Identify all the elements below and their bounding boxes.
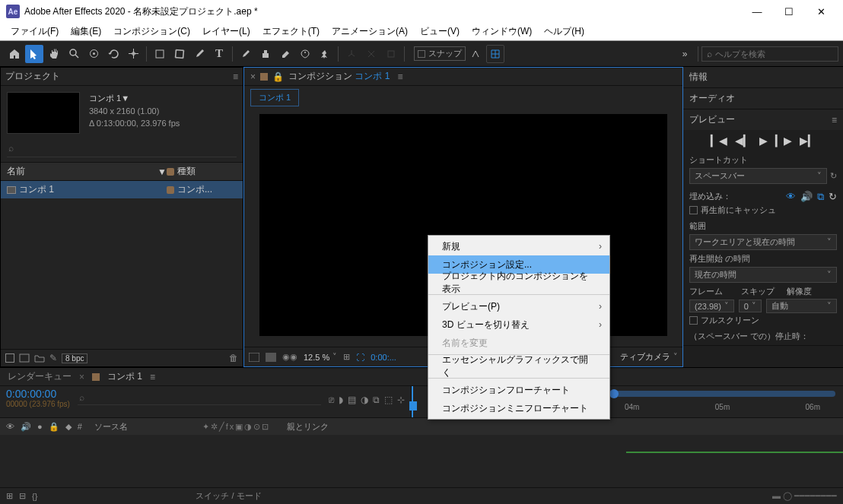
cm-mini-flowchart[interactable]: コンポジションミニフローチャート <box>428 399 609 417</box>
roto-tool[interactable] <box>296 45 314 63</box>
time-text[interactable]: 0:00:... <box>371 353 396 362</box>
minimize-button[interactable]: ― <box>741 0 773 23</box>
panel-menu-icon[interactable]: ≡ <box>233 71 238 82</box>
expand-panels-icon[interactable]: » <box>676 45 694 63</box>
clone-tool[interactable] <box>256 45 275 63</box>
shy-icon[interactable]: ◗ <box>339 395 343 405</box>
view-axis-icon[interactable] <box>382 45 400 63</box>
fullscreen-checkbox[interactable]: フルスクリーン <box>689 313 837 328</box>
speaker-col-icon[interactable]: 🔊 <box>21 422 31 432</box>
alpha-icon[interactable] <box>249 353 259 362</box>
comp-mini-icon[interactable]: ⎚ <box>329 395 334 405</box>
world-axis-icon[interactable] <box>362 45 380 63</box>
toggle-pane-icon[interactable]: {} <box>32 492 37 501</box>
breadcrumb-comp[interactable]: コンポ 1 <box>355 70 390 83</box>
rect-mask-tool[interactable] <box>151 45 169 63</box>
selection-tool[interactable] <box>25 45 43 63</box>
project-item-row[interactable]: コンポ 1 コンポ... <box>1 181 243 198</box>
lock-icon[interactable]: 🔒 <box>272 71 284 82</box>
graph-icon[interactable]: ⧉ <box>373 395 380 405</box>
puppet-tool[interactable] <box>316 45 334 63</box>
snap-option-icon[interactable] <box>466 45 485 63</box>
timeline-comp-tab[interactable]: コンポ 1 <box>107 370 142 383</box>
col-name[interactable]: 名前 <box>7 165 25 178</box>
loop-icon[interactable]: ↻ <box>829 191 837 203</box>
help-search[interactable]: ⌕ <box>701 46 838 62</box>
maximize-button[interactable]: ☐ <box>773 0 805 23</box>
new-folder-icon[interactable] <box>34 353 45 363</box>
menu-animation[interactable]: アニメーション(A) <box>326 25 414 38</box>
menu-view[interactable]: ビュー(V) <box>414 25 466 38</box>
menu-effect[interactable]: エフェクト(T) <box>256 25 326 38</box>
close-button[interactable]: ✕ <box>805 0 837 23</box>
eye-icon[interactable]: 👁 <box>786 191 796 203</box>
current-timecode[interactable]: 0:00:00:00 <box>6 388 70 400</box>
orbit-tool[interactable] <box>84 45 103 63</box>
range-select[interactable]: ワークエリアと現在の時間˅ <box>689 234 837 250</box>
play-icon[interactable]: ▶ <box>759 135 768 147</box>
cm-flowchart[interactable]: コンポジションフローチャート <box>428 381 609 399</box>
draft3d-icon[interactable]: ⬚ <box>384 395 393 405</box>
bones-icon[interactable]: ⊹ <box>397 395 405 405</box>
panel-menu-icon[interactable]: ≡ <box>832 115 837 125</box>
menu-window[interactable]: ウィンドウ(W) <box>466 25 538 38</box>
playhead[interactable] <box>412 386 418 417</box>
grid-icon[interactable]: ⛶ <box>356 353 364 362</box>
snap-grid-icon[interactable] <box>486 45 504 63</box>
preview-panel-tab[interactable]: プレビュー <box>689 113 735 126</box>
prev-frame-icon[interactable]: ◀▎ <box>735 135 752 147</box>
project-tab[interactable]: プロジェクト <box>5 70 60 83</box>
mask-icon[interactable]: ◉◉ <box>282 352 297 362</box>
home-tool[interactable] <box>5 45 24 63</box>
anchor-tool[interactable] <box>124 45 142 63</box>
rotate-tool[interactable] <box>104 45 122 63</box>
audio-panel-tab[interactable]: オーディオ <box>689 92 735 105</box>
cm-switch-3d-view[interactable]: 3D ビューを切り替え <box>428 315 609 334</box>
cm-open-essential-graphics[interactable]: エッセンシャルグラフィックスで開く <box>428 357 609 376</box>
channels-icon[interactable] <box>266 353 276 362</box>
start-select[interactable]: 現在の時間˅ <box>689 267 837 283</box>
parent-col[interactable]: 親とリンク <box>287 421 329 433</box>
menu-edit[interactable]: 編集(E) <box>65 25 107 38</box>
source-name-col[interactable]: ソース名 <box>94 421 128 433</box>
panel-menu-icon[interactable]: ≡ <box>397 71 402 82</box>
menu-help[interactable]: ヘルプ(H) <box>538 25 590 38</box>
help-search-input[interactable] <box>715 49 833 59</box>
trash-icon[interactable]: 🗑 <box>229 353 238 363</box>
lock-col-icon[interactable]: 🔒 <box>49 422 59 432</box>
frame-select[interactable]: (23.98)˅ <box>689 300 734 312</box>
render-queue-tab[interactable]: レンダーキュー <box>8 370 72 383</box>
adjust-icon[interactable]: ✎ <box>49 353 57 363</box>
cm-reveal-in-project[interactable]: プロジェクト内のコンポジションを表示 <box>428 274 609 292</box>
comp-subtab[interactable]: コンポ 1 <box>250 89 299 106</box>
next-frame-icon[interactable]: ▎▶ <box>775 135 792 147</box>
eraser-tool[interactable] <box>276 45 294 63</box>
interpret-icon[interactable] <box>5 353 14 363</box>
label-col-icon[interactable]: ◆ <box>65 422 72 432</box>
last-frame-icon[interactable]: ▶▎ <box>800 135 816 147</box>
skip-select[interactable]: 0˅ <box>739 300 762 312</box>
frame-blend-icon[interactable]: ▤ <box>348 395 356 405</box>
zoom-select[interactable]: 12.5 %˅ <box>304 352 337 362</box>
cache-checkbox[interactable]: 再生前にキャッシュ <box>689 203 837 217</box>
bpc-button[interactable]: 8 bpc <box>62 353 87 363</box>
first-frame-icon[interactable]: ▎◀ <box>711 135 727 147</box>
toggle-modes-icon[interactable]: ⊟ <box>19 491 26 501</box>
solo-col-icon[interactable]: ● <box>37 422 43 431</box>
project-search[interactable]: ⌕ <box>7 140 237 157</box>
local-axis-icon[interactable] <box>342 45 361 63</box>
resolution-icon[interactable]: ⊞ <box>343 352 350 362</box>
type-tool[interactable]: T <box>210 45 228 63</box>
snap-toggle[interactable]: スナップ <box>414 46 466 61</box>
menu-composition[interactable]: コンポジション(C) <box>107 25 196 38</box>
pen-tool[interactable] <box>190 45 208 63</box>
new-comp-icon[interactable] <box>19 353 30 363</box>
eye-icon[interactable]: 👁 <box>6 422 14 431</box>
tab-close-icon[interactable]: × <box>250 71 256 82</box>
menu-file[interactable]: ファイル(F) <box>5 25 65 38</box>
resolution-select[interactable]: 自動˅ <box>766 299 837 313</box>
zoom-tool[interactable] <box>65 45 83 63</box>
toggle-switches-icon[interactable]: ⊞ <box>6 491 13 501</box>
hand-tool[interactable] <box>45 45 63 63</box>
panel-menu-icon[interactable]: ≡ <box>150 372 155 382</box>
